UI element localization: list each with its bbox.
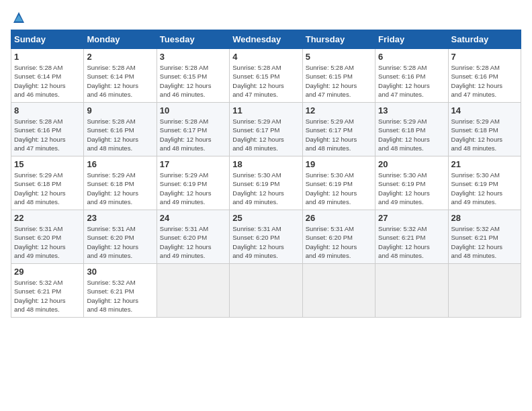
sunset-label: Sunset: 6:16 PM (87, 126, 134, 134)
daylight-minutes: and 49 minutes. (14, 252, 60, 259)
calendar-day: 4 Sunrise: 5:28 AM Sunset: 6:15 PM Dayli… (230, 49, 302, 103)
sunset-label: Sunset: 6:19 PM (160, 180, 207, 187)
day-info: Sunrise: 5:29 AM Sunset: 6:19 PM Dayligh… (160, 171, 226, 206)
sunrise-label: Sunrise: 5:29 AM (160, 171, 208, 179)
daylight-minutes: and 49 minutes. (378, 198, 424, 205)
sunset-label: Sunset: 6:15 PM (306, 73, 353, 80)
daylight-label: Daylight: 12 hours (87, 82, 138, 89)
sunset-label: Sunset: 6:18 PM (451, 126, 498, 134)
day-info: Sunrise: 5:31 AM Sunset: 6:20 PM Dayligh… (232, 224, 299, 260)
daylight-minutes: and 48 minutes. (451, 144, 497, 152)
daylight-label: Daylight: 12 hours (306, 243, 357, 250)
sunrise-label: Sunrise: 5:32 AM (87, 279, 135, 286)
calendar-day: 19 Sunrise: 5:30 AM Sunset: 6:19 PM Dayl… (302, 156, 375, 210)
day-number: 29 (14, 267, 81, 277)
sunset-label: Sunset: 6:17 PM (232, 126, 279, 134)
day-info: Sunrise: 5:29 AM Sunset: 6:17 PM Dayligh… (232, 117, 299, 152)
daylight-minutes: and 48 minutes. (306, 144, 351, 152)
daylight-label: Daylight: 12 hours (378, 243, 430, 250)
day-number: 1 (14, 52, 81, 62)
daylight-label: Daylight: 12 hours (378, 82, 430, 89)
daylight-minutes: and 46 minutes. (14, 91, 60, 98)
sunrise-label: Sunrise: 5:30 AM (306, 171, 354, 179)
day-number: 23 (87, 213, 153, 223)
calendar-day: 28 Sunrise: 5:32 AM Sunset: 6:21 PM Dayl… (448, 210, 521, 264)
day-info: Sunrise: 5:29 AM Sunset: 6:18 PM Dayligh… (378, 117, 445, 152)
daylight-label: Daylight: 12 hours (451, 189, 503, 197)
sunrise-label: Sunrise: 5:28 AM (306, 64, 354, 71)
calendar-day: 25 Sunrise: 5:31 AM Sunset: 6:20 PM Dayl… (230, 210, 302, 264)
sunrise-label: Sunrise: 5:31 AM (232, 225, 281, 232)
day-info: Sunrise: 5:28 AM Sunset: 6:16 PM Dayligh… (14, 117, 81, 152)
daylight-minutes: and 48 minutes. (14, 306, 60, 313)
daylight-label: Daylight: 12 hours (451, 243, 503, 250)
daylight-label: Daylight: 12 hours (87, 297, 138, 304)
calendar-week-row: 29 Sunrise: 5:32 AM Sunset: 6:21 PM Dayl… (11, 264, 521, 318)
daylight-minutes: and 48 minutes. (160, 144, 206, 152)
page-header (11, 11, 521, 24)
daylight-label: Daylight: 12 hours (232, 243, 284, 250)
daylight-label: Daylight: 12 hours (232, 136, 284, 143)
sunset-label: Sunset: 6:19 PM (378, 180, 425, 187)
sunrise-label: Sunrise: 5:32 AM (451, 225, 500, 232)
daylight-label: Daylight: 12 hours (14, 243, 66, 250)
daylight-label: Daylight: 12 hours (87, 136, 138, 143)
sunrise-label: Sunrise: 5:32 AM (378, 225, 427, 232)
day-number: 24 (160, 213, 226, 223)
day-info: Sunrise: 5:30 AM Sunset: 6:19 PM Dayligh… (451, 171, 518, 206)
sunrise-label: Sunrise: 5:28 AM (14, 64, 62, 71)
day-number: 20 (378, 159, 445, 169)
day-number: 30 (87, 267, 153, 277)
calendar-day: 22 Sunrise: 5:31 AM Sunset: 6:20 PM Dayl… (11, 210, 84, 264)
logo (11, 11, 26, 24)
calendar-day: 3 Sunrise: 5:28 AM Sunset: 6:15 PM Dayli… (157, 49, 229, 103)
calendar-day: 15 Sunrise: 5:29 AM Sunset: 6:18 PM Dayl… (11, 156, 84, 210)
day-info: Sunrise: 5:32 AM Sunset: 6:21 PM Dayligh… (451, 224, 518, 260)
sunset-label: Sunset: 6:21 PM (451, 234, 498, 241)
sunrise-label: Sunrise: 5:28 AM (87, 64, 135, 71)
day-info: Sunrise: 5:29 AM Sunset: 6:18 PM Dayligh… (451, 117, 518, 152)
day-info: Sunrise: 5:28 AM Sunset: 6:15 PM Dayligh… (306, 63, 372, 99)
calendar-day: 6 Sunrise: 5:28 AM Sunset: 6:16 PM Dayli… (375, 49, 448, 103)
daylight-minutes: and 49 minutes. (160, 198, 206, 205)
daylight-minutes: and 49 minutes. (160, 252, 206, 259)
calendar-day: 21 Sunrise: 5:30 AM Sunset: 6:19 PM Dayl… (448, 156, 521, 210)
weekday-header: Saturday (448, 30, 521, 49)
day-number: 13 (378, 105, 445, 116)
daylight-minutes: and 47 minutes. (451, 91, 497, 98)
calendar-day: 26 Sunrise: 5:31 AM Sunset: 6:20 PM Dayl… (302, 210, 375, 264)
calendar-day: 12 Sunrise: 5:29 AM Sunset: 6:17 PM Dayl… (302, 103, 375, 156)
calendar-day: 14 Sunrise: 5:29 AM Sunset: 6:18 PM Dayl… (448, 103, 521, 156)
sunset-label: Sunset: 6:16 PM (14, 126, 61, 134)
daylight-label: Daylight: 12 hours (14, 189, 66, 197)
daylight-minutes: and 49 minutes. (87, 252, 132, 259)
day-number: 14 (451, 105, 518, 116)
calendar-day: 8 Sunrise: 5:28 AM Sunset: 6:16 PM Dayli… (11, 103, 84, 156)
day-info: Sunrise: 5:32 AM Sunset: 6:21 PM Dayligh… (87, 278, 153, 314)
daylight-minutes: and 49 minutes. (232, 252, 278, 259)
calendar-day: 17 Sunrise: 5:29 AM Sunset: 6:19 PM Dayl… (157, 156, 229, 210)
weekday-header: Friday (375, 30, 448, 49)
daylight-minutes: and 47 minutes. (378, 91, 424, 98)
daylight-minutes: and 49 minutes. (451, 198, 497, 205)
day-number: 21 (451, 159, 518, 169)
daylight-label: Daylight: 12 hours (87, 189, 138, 197)
sunrise-label: Sunrise: 5:28 AM (87, 118, 135, 125)
sunrise-label: Sunrise: 5:28 AM (160, 64, 208, 71)
calendar-week-row: 15 Sunrise: 5:29 AM Sunset: 6:18 PM Dayl… (11, 156, 521, 210)
daylight-minutes: and 48 minutes. (451, 252, 497, 259)
sunrise-label: Sunrise: 5:29 AM (232, 118, 281, 125)
day-number: 12 (306, 105, 372, 116)
day-number: 26 (306, 213, 372, 223)
daylight-minutes: and 46 minutes. (87, 91, 132, 98)
sunrise-label: Sunrise: 5:29 AM (87, 171, 135, 179)
daylight-minutes: and 48 minutes. (378, 144, 424, 152)
sunset-label: Sunset: 6:14 PM (14, 73, 61, 80)
day-info: Sunrise: 5:30 AM Sunset: 6:19 PM Dayligh… (378, 171, 445, 206)
day-info: Sunrise: 5:28 AM Sunset: 6:16 PM Dayligh… (378, 63, 445, 99)
daylight-label: Daylight: 12 hours (378, 136, 430, 143)
sunset-label: Sunset: 6:17 PM (306, 126, 353, 134)
sunset-label: Sunset: 6:19 PM (232, 180, 279, 187)
day-info: Sunrise: 5:32 AM Sunset: 6:21 PM Dayligh… (14, 278, 81, 314)
sunset-label: Sunset: 6:16 PM (378, 73, 425, 80)
